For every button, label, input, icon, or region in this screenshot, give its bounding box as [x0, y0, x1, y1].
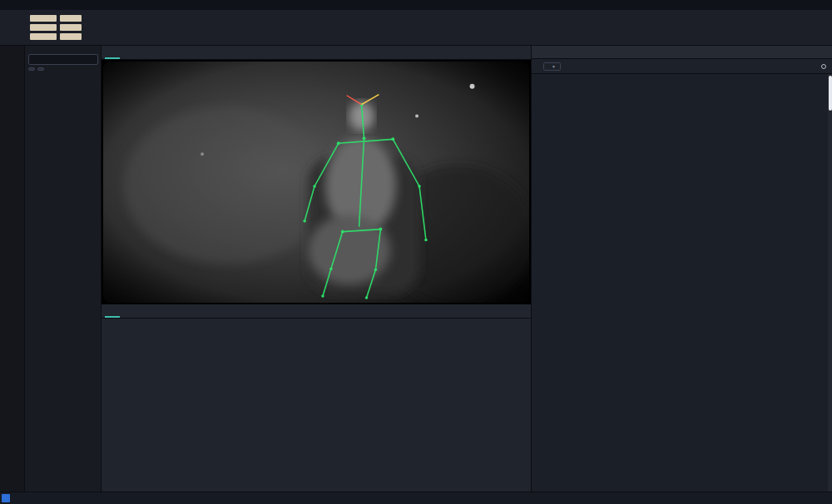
search-input[interactable]	[28, 54, 98, 65]
notebook-scrollbar-thumb[interactable]	[829, 76, 832, 111]
node-settings-tabbar	[102, 304, 531, 319]
tree-buttons	[25, 67, 101, 74]
code-editor-header	[532, 46, 832, 59]
chevron-down-icon: ▼	[552, 64, 556, 69]
code-editor-panel: ▼	[531, 46, 832, 492]
collapse-all-button[interactable]	[37, 67, 44, 71]
render-pass-tabs	[87, 28, 832, 45]
project-info	[349, 0, 359, 10]
kernel-status-icon	[821, 64, 826, 69]
notebook-scrollbar-track[interactable]	[828, 74, 832, 492]
preview-tabbar	[102, 46, 531, 60]
status-bar	[0, 492, 832, 504]
main-area: ▼	[0, 46, 832, 492]
expand-all-button[interactable]	[28, 67, 35, 71]
skyengine-logo[interactable]	[0, 10, 87, 45]
preview-image	[103, 62, 529, 303]
logo-bars-left	[30, 15, 57, 40]
titlebar	[0, 0, 832, 10]
notebook-toolbar: ▼	[532, 59, 832, 74]
node-tree	[25, 74, 101, 492]
header	[0, 10, 832, 46]
node-settings-content	[102, 319, 531, 492]
tab-node-settings[interactable]	[105, 304, 120, 318]
tab-current-preview[interactable]	[105, 46, 120, 59]
center-panel	[102, 46, 531, 492]
status-accent-icon	[2, 494, 10, 502]
logo-bars-right	[60, 15, 82, 40]
notebook	[532, 74, 832, 492]
activity-bar	[0, 46, 25, 492]
explorer-panel	[25, 46, 102, 492]
kernel-indicator[interactable]	[818, 64, 826, 69]
cell-type-dropdown[interactable]: ▼	[543, 62, 561, 71]
main-menu	[87, 10, 832, 28]
app-root: ▼	[0, 0, 832, 504]
preview-viewport[interactable]	[102, 60, 531, 304]
